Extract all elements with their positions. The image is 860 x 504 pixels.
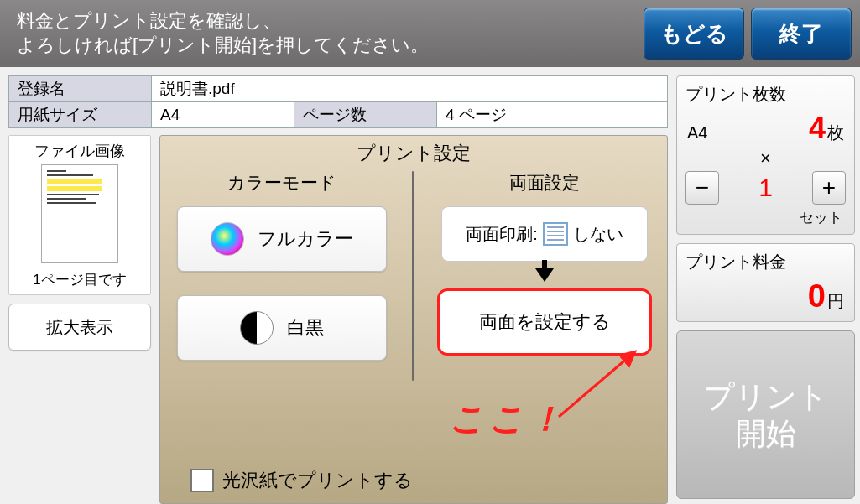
duplex-column: 両面設定 両面印刷: しない 両面を設定する xyxy=(437,171,652,460)
pages-value: 4 ページ xyxy=(437,102,668,128)
price-value: 0 xyxy=(808,278,826,314)
back-button[interactable]: もどる xyxy=(644,8,744,60)
decrement-button[interactable]: − xyxy=(685,171,719,205)
paper-value: A4 xyxy=(152,102,294,128)
sets-unit: セット xyxy=(685,208,846,227)
price-title: プリント料金 xyxy=(685,251,846,273)
color-mode-title: カラーモード xyxy=(227,171,336,195)
start-line1: プリント xyxy=(704,378,828,414)
bw-button[interactable]: 白黒 xyxy=(177,295,387,361)
print-count-title: プリント枚数 xyxy=(685,83,846,106)
full-color-button[interactable]: フルカラー xyxy=(177,206,387,272)
file-info-table: 登録名 説明書.pdf 用紙サイズ A4 ページ数 4 ページ xyxy=(8,75,668,128)
count-sheets: 4 xyxy=(809,111,826,146)
paper-label: 用紙サイズ xyxy=(9,102,152,128)
increment-button[interactable]: + xyxy=(812,171,846,205)
filename-value: 説明書.pdf xyxy=(152,76,668,102)
duplex-title: 両面設定 xyxy=(509,171,580,195)
price-card: プリント料金 0 円 xyxy=(676,243,855,322)
multiply-symbol: × xyxy=(685,148,846,169)
count-paper: A4 xyxy=(687,123,707,143)
print-settings-panel: プリント設定 カラーモード フルカラー 白黒 xyxy=(159,135,668,504)
settings-title: プリント設定 xyxy=(175,141,652,166)
glossy-label: 光沢紙でプリントする xyxy=(222,468,413,493)
page-icon xyxy=(543,222,568,246)
sets-value: 1 xyxy=(724,174,807,202)
color-mode-column: カラーモード フルカラー 白黒 xyxy=(175,171,388,460)
arrow-down-icon xyxy=(535,268,554,282)
pages-label: ページ数 xyxy=(294,102,437,128)
header-bar: 料金とプリント設定を確認し、 よろしければ[プリント開始]を押してください。 も… xyxy=(0,0,860,67)
header-line2: よろしければ[プリント開始]を押してください。 xyxy=(17,34,637,58)
print-count-card: プリント枚数 A4 4 枚 × − 1 + セット xyxy=(676,75,855,235)
duplex-value: しない xyxy=(573,223,623,246)
duplex-status-box: 両面印刷: しない xyxy=(441,206,648,262)
exit-button[interactable]: 終了 xyxy=(751,8,852,60)
full-color-label: フルカラー xyxy=(258,226,353,252)
bw-icon xyxy=(240,311,274,345)
filename-label: 登録名 xyxy=(9,76,152,102)
start-line2: 開始 xyxy=(704,415,828,451)
file-preview-card: ファイル画像 1ページ目です xyxy=(8,135,151,295)
header-line1: 料金とプリント設定を確認し、 xyxy=(17,9,637,34)
glossy-checkbox[interactable] xyxy=(190,469,214,492)
preview-title: ファイル画像 xyxy=(34,141,125,161)
color-wheel-icon xyxy=(211,222,244,256)
price-unit: 円 xyxy=(827,290,844,313)
count-sheets-unit: 枚 xyxy=(827,122,844,144)
duplex-label: 両面印刷: xyxy=(466,223,538,246)
bw-label: 白黒 xyxy=(287,315,324,340)
print-start-button[interactable]: プリント 開始 xyxy=(676,330,855,499)
set-duplex-button[interactable]: 両面を設定する xyxy=(437,288,652,356)
header-instructions: 料金とプリント設定を確認し、 よろしければ[プリント開始]を押してください。 xyxy=(17,9,637,57)
preview-thumbnail xyxy=(41,164,118,263)
preview-caption: 1ページ目です xyxy=(33,270,126,289)
zoom-button[interactable]: 拡大表示 xyxy=(8,304,151,351)
